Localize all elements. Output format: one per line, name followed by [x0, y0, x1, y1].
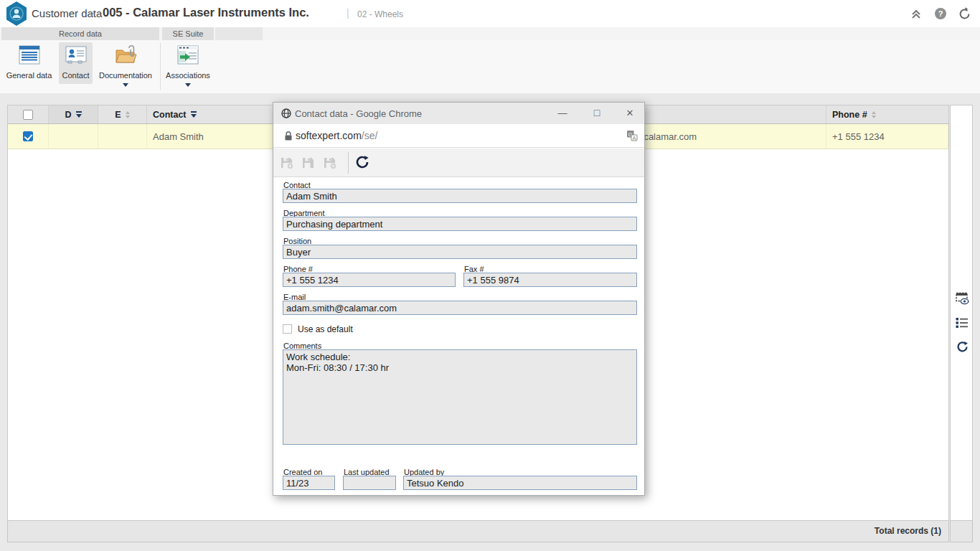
side-toolbar-footer [950, 521, 973, 542]
row-select-cell [8, 124, 49, 149]
url-path: /se/ [362, 130, 378, 141]
side-toolbar [950, 105, 973, 521]
contact-data-popup: Contact data - Google Chrome — □ ✕ softe… [273, 102, 645, 496]
select-all-header-cell [8, 105, 49, 123]
documentation-icon [95, 45, 156, 67]
sort-desc-icon [76, 111, 82, 118]
tab-se-suite[interactable]: SE Suite [162, 27, 214, 40]
contact-field[interactable] [283, 189, 637, 203]
url-domain: softexpert.com [296, 130, 362, 141]
translate-icon[interactable]: G A [626, 130, 638, 144]
app-logo-icon [5, 1, 28, 29]
save-and-new-button[interactable] [280, 156, 294, 170]
top-header: Customer data › 005 - Calamar Laser Inst… [0, 0, 980, 27]
tab-record-data[interactable]: Record data [1, 27, 159, 40]
popup-address-bar[interactable]: softexpert.com/se/ G A [273, 124, 644, 148]
popup-refresh-button[interactable] [354, 154, 369, 169]
refresh-list-icon[interactable] [956, 340, 969, 357]
comments-field[interactable]: Work schedule: Mon-Fri: 08:30 / 17:30 hr [283, 349, 637, 445]
popup-titlebar[interactable]: Contact data - Google Chrome — □ ✕ [273, 103, 644, 124]
save-button[interactable] [301, 156, 316, 170]
select-all-checkbox[interactable] [23, 110, 33, 120]
use-as-default-checkbox[interactable] [283, 324, 292, 334]
maximize-button[interactable]: □ [585, 103, 609, 124]
column-header-e[interactable]: E [98, 105, 147, 123]
column-header-phone[interactable]: Phone # [826, 105, 948, 123]
sort-desc-icon [191, 111, 197, 118]
created-on-field[interactable] [283, 476, 335, 490]
position-field[interactable] [283, 245, 637, 259]
globe-icon [281, 108, 291, 121]
popup-title: Contact data - Google Chrome [295, 108, 422, 119]
fax-field[interactable] [463, 273, 637, 287]
email-field[interactable] [283, 301, 637, 315]
url-text: softexpert.com/se/ [296, 130, 377, 141]
close-button[interactable]: ✕ [618, 103, 642, 124]
row-e-cell [98, 124, 147, 149]
general-data-button[interactable]: General data [1, 42, 57, 84]
sort-idle-icon [872, 111, 876, 118]
toolbar-divider [348, 152, 349, 174]
documentation-menu-caret-icon[interactable] [123, 83, 128, 87]
refresh-page-icon[interactable] [958, 7, 972, 22]
contact-button[interactable]: Contact [59, 42, 93, 84]
tab-spacer [215, 27, 263, 40]
ribbon-tab-row: Record data SE Suite [0, 27, 980, 40]
general-data-label: General data [1, 71, 57, 80]
title-divider: | [347, 7, 349, 19]
associations-button[interactable]: Associations [163, 42, 213, 84]
view-record-data-icon[interactable] [956, 292, 969, 308]
svg-text:A: A [632, 135, 636, 141]
application-window: Customer data › 005 - Calamar Laser Inst… [0, 0, 980, 551]
help-icon[interactable]: ? [934, 7, 948, 22]
phone-field[interactable] [283, 273, 456, 287]
page-subtitle: 02 - Wheels [357, 9, 403, 19]
contact-icon [59, 45, 93, 67]
associations-icon [163, 45, 213, 67]
row-d-cell [49, 124, 98, 149]
svg-text:?: ? [938, 9, 943, 18]
list-view-icon[interactable] [956, 317, 969, 331]
general-data-icon [1, 45, 57, 67]
breadcrumb-chevron-icon: › [90, 6, 94, 19]
sort-idle-icon [126, 111, 130, 118]
lock-icon [284, 131, 293, 144]
use-as-default-label: Use as default [298, 324, 353, 334]
collapse-ribbon-icon[interactable] [910, 7, 924, 22]
contact-label: Contact [59, 71, 93, 80]
ribbon-toolbar: General data Contact [0, 40, 980, 93]
table-footer: Total records (1) [7, 521, 949, 542]
popup-toolbar [273, 149, 644, 177]
documentation-label: Documentation [95, 71, 156, 80]
minimize-button[interactable]: — [550, 103, 575, 124]
page-title: 005 - Calamar Laser Instruments Inc. [103, 6, 309, 19]
save-and-close-button[interactable] [323, 156, 337, 170]
row-checkbox[interactable] [23, 131, 33, 141]
ribbon-group-divider [160, 43, 161, 90]
column-header-d[interactable]: D [49, 105, 98, 123]
row-phone-cell: +1 555 1234 [826, 124, 948, 149]
last-updated-field[interactable] [343, 476, 396, 490]
associations-menu-caret-icon[interactable] [185, 83, 191, 87]
updated-by-field[interactable] [403, 476, 637, 490]
associations-label: Associations [163, 71, 213, 80]
documentation-button[interactable]: Documentation [95, 42, 156, 84]
department-field[interactable] [283, 217, 637, 231]
